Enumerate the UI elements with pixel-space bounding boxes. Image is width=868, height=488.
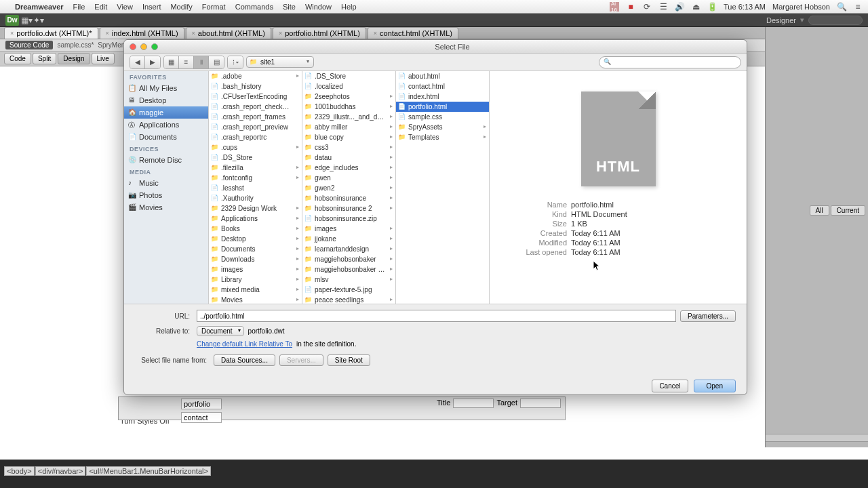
file-item[interactable]: css3 — [302, 142, 395, 152]
change-link[interactable]: Change default Link Relative To — [197, 340, 292, 348]
file-item[interactable]: Movies — [209, 295, 302, 304]
sidebar-item[interactable]: Applications — [124, 119, 208, 131]
sidebar-item[interactable]: Music — [124, 177, 208, 189]
file-item[interactable]: .DS_Store — [302, 71, 395, 81]
related-file[interactable]: sample.css* — [57, 41, 94, 49]
tag[interactable]: <ul#MenuBar1.MenuBarHorizontal> — [86, 466, 211, 476]
menu-commands[interactable]: Commands — [235, 3, 273, 11]
file-item[interactable]: hobsoninsurance 2 — [302, 203, 395, 214]
file-item[interactable]: gwen2 — [302, 183, 395, 193]
open-button[interactable]: Open — [694, 380, 736, 392]
file-item[interactable]: .fontconfig — [209, 173, 302, 183]
search-input[interactable] — [599, 56, 741, 68]
view-design[interactable]: Design — [58, 53, 90, 64]
sidebar-item[interactable]: Photos — [124, 189, 208, 201]
file-item[interactable]: Library — [209, 274, 302, 285]
user-name[interactable]: Margaret Hobson — [772, 3, 830, 11]
file-item[interactable]: Templates — [396, 132, 489, 142]
doc-tab[interactable]: ×portfolio.html (XHTML) — [273, 27, 366, 39]
sidebar-item[interactable]: Remote Disc — [124, 154, 208, 166]
file-item[interactable]: .CFUserTextEncoding — [209, 92, 302, 102]
file-item[interactable]: Books — [209, 224, 302, 234]
file-item[interactable]: 2329_illustr..._and_design — [302, 112, 395, 122]
file-item[interactable]: portfolio.html — [396, 102, 489, 112]
menu-edit[interactable]: Edit — [94, 3, 107, 11]
tab-current[interactable]: Current — [831, 205, 865, 216]
file-item[interactable]: mlsv — [302, 274, 395, 285]
notif-icon[interactable]: ≡ — [853, 2, 863, 12]
file-item[interactable]: .lesshst — [209, 183, 302, 193]
file-item[interactable]: jjokane — [302, 234, 395, 244]
fwd-button[interactable]: ▶ — [145, 56, 160, 68]
sidebar-item[interactable]: Desktop — [124, 94, 208, 106]
siteroot-button[interactable]: Site Root — [328, 354, 370, 366]
file-item[interactable]: .Xauthority — [209, 193, 302, 203]
file-item[interactable]: .crash_report_checksum — [209, 102, 302, 112]
sidebar-item[interactable]: Movies — [124, 201, 208, 214]
app-search[interactable] — [808, 16, 863, 25]
file-item[interactable]: sample.css — [396, 112, 489, 122]
file-item[interactable]: contact.html — [396, 81, 489, 92]
file-item[interactable]: SpryAssets — [396, 122, 489, 132]
close-icon[interactable]: × — [192, 30, 195, 37]
path-selector[interactable]: site1 — [246, 56, 314, 68]
file-item[interactable]: images — [302, 224, 395, 234]
file-item[interactable]: .DS_Store — [209, 152, 302, 163]
coverflow-view[interactable]: ▤ — [209, 56, 224, 68]
file-item[interactable]: hobsoninsurance.zip — [302, 214, 395, 224]
file-item[interactable]: learnartanddesign — [302, 244, 395, 254]
file-item[interactable]: 2seephotos — [302, 92, 395, 102]
file-item[interactable]: edge_includes — [302, 163, 395, 173]
menu-format[interactable]: Format — [202, 3, 226, 11]
clock[interactable]: Tue 6:13 AM — [724, 3, 766, 11]
target-input[interactable] — [520, 399, 561, 408]
close-icon[interactable]: × — [279, 30, 282, 37]
servers-button[interactable]: Servers... — [279, 354, 323, 366]
file-item[interactable]: .crash_report_frames — [209, 112, 302, 122]
file-item[interactable]: Documents — [209, 244, 302, 254]
layout-icon[interactable]: ▦▾ — [22, 16, 31, 25]
view-live[interactable]: Live — [92, 53, 115, 64]
tab-all[interactable]: All — [810, 205, 829, 216]
file-item[interactable]: .bash_history — [209, 81, 302, 92]
datasources-button[interactable]: Data Sources... — [214, 354, 275, 366]
file-item[interactable]: 2329 Design Work — [209, 203, 302, 214]
sync-icon[interactable]: ⟳ — [642, 2, 652, 12]
app-name[interactable]: Dreamweaver — [15, 3, 64, 11]
zoom-icon[interactable] — [151, 43, 158, 50]
icon-view[interactable]: ▦ — [164, 56, 179, 68]
doc-tab[interactable]: ×index.html (XHTML) — [100, 27, 184, 39]
file-item[interactable]: maggiehobsonbaker copy — [302, 264, 395, 274]
parameters-button[interactable]: Parameters... — [680, 310, 736, 322]
file-item[interactable]: blue copy — [302, 132, 395, 142]
menu-help[interactable]: Help — [341, 3, 357, 11]
vol-icon[interactable]: 🔊 — [675, 2, 684, 12]
menu-icon[interactable]: ☰ — [658, 2, 668, 12]
close-icon[interactable]: × — [106, 30, 109, 37]
rec-icon[interactable]: ■ — [626, 2, 635, 12]
file-item[interactable]: .filezilla — [209, 163, 302, 173]
view-code[interactable]: Code — [4, 53, 31, 64]
bat-icon[interactable]: 🔋 — [707, 2, 717, 12]
file-item[interactable]: maggiehobsonbaker — [302, 254, 395, 264]
sidebar-item[interactable]: maggie — [124, 106, 208, 119]
title-input[interactable] — [453, 399, 494, 408]
file-item[interactable]: paper-texture-5.jpg — [302, 285, 395, 295]
sidebar-item[interactable]: All My Files — [124, 82, 208, 94]
file-item[interactable]: Applications — [209, 214, 302, 224]
menu-insert[interactable]: Insert — [142, 3, 161, 11]
doc-tab[interactable]: ×contact.html (XHTML) — [368, 27, 458, 39]
close-icon[interactable]: × — [10, 30, 14, 37]
menu-view[interactable]: View — [117, 3, 133, 11]
list-view[interactable]: ≡ — [179, 56, 194, 68]
doc-tab[interactable]: ×about.html (XHTML) — [186, 27, 271, 39]
dialog-titlebar[interactable]: Select File — [124, 40, 747, 54]
back-button[interactable]: ◀ — [130, 56, 145, 68]
file-item[interactable]: gwen — [302, 173, 395, 183]
file-item[interactable]: hobsoninsurance — [302, 193, 395, 203]
file-item[interactable]: index.html — [396, 92, 489, 102]
wifi-icon[interactable]: ⏏ — [691, 2, 701, 12]
menu-site[interactable]: Site — [283, 3, 296, 11]
file-item[interactable]: Downloads — [209, 254, 302, 264]
file-item[interactable]: abby miller — [302, 122, 395, 132]
